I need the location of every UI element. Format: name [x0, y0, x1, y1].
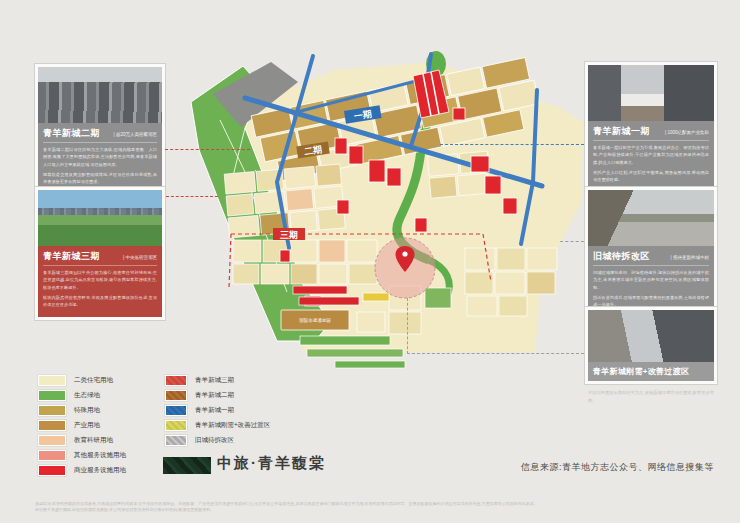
connector-phase3-card: [166, 196, 218, 197]
card-oldtown-title: 旧城待拆改区: [593, 250, 650, 263]
connector-phase1-card: [440, 144, 584, 145]
card-phase2-body1: 青羊新城二期以居住功能为主力承载,区域内楼盘密集、人口稠密,聚集了大量刚需购房群…: [43, 146, 157, 168]
card-phase1-body2: 依托产业人口红利,片区职住平衡度高,商务氛围浓厚,带动周边居住需求旺盛。: [593, 169, 709, 184]
transition-photo: [588, 310, 714, 362]
oldtown-swatch: [165, 435, 187, 446]
card-phase3-body2: 板块内新房供应有序释放,市政及商业配套建设加快推进,宜居价值正在逐步兑现。: [43, 294, 157, 309]
card-phase1: 青羊新城一期 | 1000亿配套产业集群 青羊新城一期以航空产业为引领,集聚总部…: [585, 62, 717, 195]
master-plan-map: 国际非遗博览园 一期 二期 三期: [185, 50, 587, 380]
commercial-swatch: [38, 465, 66, 476]
card-transition: 青羊新城刚需+改善过渡区: [585, 307, 717, 384]
legend-item-commercial: 商业服务设施用地: [38, 465, 126, 476]
phase2-photo: [38, 67, 162, 123]
oldtown-photo: [588, 190, 714, 246]
connector-oldtown-card: [560, 241, 584, 242]
phase3-swatch: [165, 375, 187, 386]
card-oldtown: 旧城待拆改区 | 亟待更新的城中村 旧城区域建筑老旧、环境有待提升,现状以待拆迁…: [585, 187, 717, 320]
connector-transition-vertical: [407, 298, 408, 354]
card-phase3-body1: 青羊新城三期规划以中央公园为核心,低密度住宅环绕布局,生态资源优越,定位为高品质…: [43, 269, 157, 291]
phase2-swatch: [165, 390, 187, 401]
brand-logo-image: [163, 457, 211, 474]
phase3-photo: [38, 190, 162, 246]
phase1-swatch: [165, 405, 187, 416]
legend-item-education: 教育科研用地: [38, 435, 113, 446]
phase3-label: 三期: [273, 228, 305, 240]
other-service-swatch: [38, 450, 66, 461]
connector-phase2-card: [165, 149, 250, 150]
card-phase2-subtitle: | 超20万人高密聚居区: [114, 132, 157, 137]
legend-item-special: 特殊用地: [38, 405, 100, 416]
phase1-photo: [588, 65, 714, 121]
legend-item-transition: 青羊新城刚需+改善过渡区: [165, 420, 270, 431]
connector-transition-horizontal: [407, 353, 584, 354]
card-phase2-body2: 随着轨道交通及商业配套陆续落地,片区居住价值日渐成熟,未来将承接更多改善型居住需…: [43, 171, 157, 186]
card-oldtown-subtitle: | 亟待更新的城中村: [671, 255, 709, 260]
svg-text:三期: 三期: [280, 230, 298, 240]
card-phase3: 青羊新城三期 | 中央低密宜居区 青羊新城三期规划以中央公园为核心,低密度住宅环…: [35, 187, 165, 320]
card-phase1-title: 青羊新城一期: [593, 125, 650, 138]
info-source-text: 信息来源:青羊地方志公众号、网络信息搜集等: [521, 461, 714, 474]
card-phase2-title: 青羊新城二期: [43, 127, 100, 140]
card-phase3-title: 青羊新城三期: [43, 250, 100, 263]
card-transition-title: 青羊新城刚需+改善过渡区: [588, 362, 714, 381]
legend-item-oldtown: 旧城待拆改区: [165, 435, 234, 446]
industry-swatch: [38, 420, 66, 431]
card-transition-note: 片区以刚需及改善型住宅为主,承接新城过渡性居住需求,配套逐步完善。: [588, 389, 714, 404]
disclaimer-footer: 温馨提示:本资料所载内容仅供参考,不构成合同要约或承诺;文中涉及的区域规划、市政…: [35, 501, 707, 514]
legend-item-residential: 二类住宅用地: [38, 375, 113, 386]
card-oldtown-body1: 旧城区域建筑老旧、环境有待提升,现状以待拆迁改造的城中村为主,未来将通过城市更新…: [593, 269, 709, 291]
card-phase1-body1: 青羊新城一期以航空产业为引领,集聚总部办公、研发制造等功能,产业能级持续提升,千…: [593, 144, 709, 166]
residential-swatch: [38, 375, 66, 386]
brand-logo-text: 中旅·青羊馥棠: [217, 454, 326, 473]
transition-swatch: [165, 420, 187, 431]
card-phase1-subtitle: | 1000亿配套产业集群: [665, 130, 709, 135]
disclaimer-line2: 部分图片来源于网络,如有侵权请联系删除;本公司保留对宣传资料进行修改的权利,敬请…: [35, 507, 707, 513]
legend-item-other-service: 其他服务设施用地: [38, 450, 126, 461]
legend-item-phase1: 青羊新城一期: [165, 405, 234, 416]
education-swatch: [38, 435, 66, 446]
project-highlight: [375, 238, 435, 298]
special-swatch: [38, 405, 66, 416]
legend-item-industry: 产业用地: [38, 420, 100, 431]
heritage-park-label: 国际非遗博览园: [299, 317, 331, 324]
legend-item-eco-green: 生态绿地: [38, 390, 100, 401]
card-phase2: 青羊新城二期 | 超20万人高密聚居区 青羊新城二期以居住功能为主力承载,区域内…: [35, 64, 165, 197]
eco-green-swatch: [38, 390, 66, 401]
legend-item-phase2: 青羊新城二期: [165, 390, 234, 401]
card-phase3-subtitle: | 中央低密宜居区: [123, 255, 157, 260]
poster-canvas: 国际非遗博览园 一期 二期 三期: [0, 0, 740, 523]
